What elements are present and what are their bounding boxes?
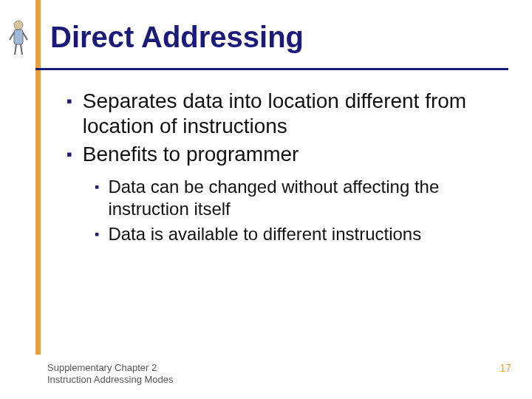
svg-line-5 bbox=[21, 44, 22, 55]
bullet-item: ▪ Benefits to programmer bbox=[66, 142, 502, 167]
sub-bullet-item: ▪ Data is available to different instruc… bbox=[95, 223, 502, 245]
page-number: 17 bbox=[499, 362, 511, 374]
square-bullet-icon: ▪ bbox=[95, 176, 99, 198]
sub-bullet-item: ▪ Data can be changed without affecting … bbox=[95, 176, 502, 220]
footer-line-2: Instruction Addressing Modes bbox=[47, 374, 174, 386]
slide: Direct Addressing ▪ Separates data into … bbox=[0, 0, 532, 399]
square-bullet-icon: ▪ bbox=[66, 142, 72, 167]
footer-left: Supplementary Chapter 2 Instruction Addr… bbox=[47, 362, 174, 386]
bullet-item: ▪ Separates data into location different… bbox=[66, 89, 502, 139]
footer-line-1: Supplementary Chapter 2 bbox=[47, 362, 174, 374]
bullet-text: Separates data into location different f… bbox=[83, 89, 502, 139]
svg-point-0 bbox=[14, 21, 23, 30]
slide-title: Direct Addressing bbox=[50, 21, 304, 54]
sub-bullet-text: Data can be changed without affecting th… bbox=[108, 176, 502, 220]
svg-line-2 bbox=[10, 33, 14, 40]
svg-line-4 bbox=[15, 44, 16, 55]
svg-rect-1 bbox=[14, 30, 23, 44]
square-bullet-icon: ▪ bbox=[95, 223, 99, 245]
svg-line-3 bbox=[23, 33, 27, 40]
sub-bullet-text: Data is available to different instructi… bbox=[108, 223, 421, 245]
bullet-text: Benefits to programmer bbox=[83, 142, 299, 167]
mascot-icon bbox=[7, 19, 30, 58]
content-area: ▪ Separates data into location different… bbox=[66, 89, 502, 248]
title-underline bbox=[35, 68, 508, 70]
square-bullet-icon: ▪ bbox=[66, 89, 72, 114]
sub-bullet-group: ▪ Data can be changed without affecting … bbox=[95, 176, 502, 245]
accent-vertical-bar bbox=[35, 0, 41, 355]
